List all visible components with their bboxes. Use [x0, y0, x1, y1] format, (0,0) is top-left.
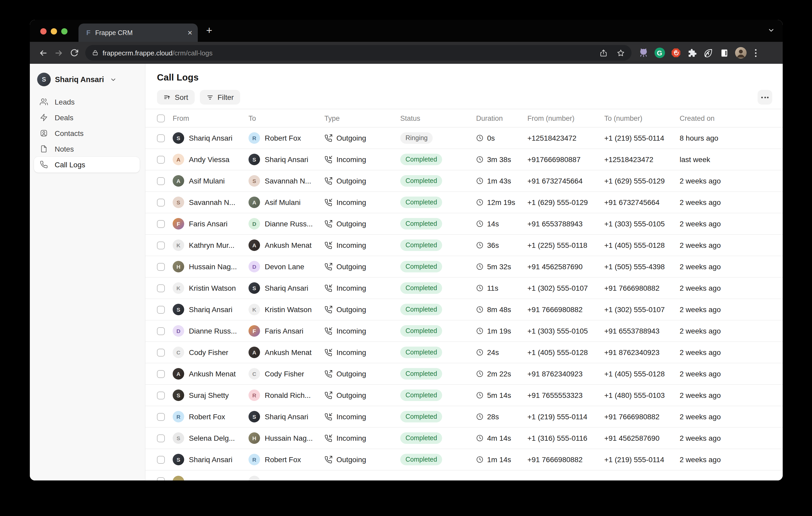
status-badge: Completed: [400, 368, 442, 380]
call-log-row[interactable]: RRobert FoxSShariq AnsariIncomingComplet…: [145, 406, 783, 428]
contact-name: Suraj Shetty: [189, 391, 229, 399]
grammarly-icon[interactable]: G: [654, 47, 665, 58]
call-type: Outgoing: [324, 177, 400, 185]
row-checkbox[interactable]: [157, 477, 165, 481]
tab-close-icon[interactable]: ✕: [187, 30, 193, 36]
call-log-row[interactable]: SShariq AnsariRRobert FoxOutgoingComplet…: [145, 449, 783, 471]
sidebar-item-call-logs[interactable]: Call Logs: [34, 157, 140, 173]
row-checkbox[interactable]: [157, 348, 165, 356]
call-log-row[interactable]: AAndy ViessaSShariq AnsariIncomingComple…: [145, 149, 783, 171]
sidebar-item-leads[interactable]: Leads: [34, 94, 140, 110]
column-header[interactable]: From (number): [527, 114, 604, 122]
call-log-row[interactable]: SShariq AnsariRRobert FoxOutgoingRinging…: [145, 127, 783, 149]
contact-name: Dianne Russ...: [265, 219, 313, 228]
sidebar-item-contacts[interactable]: Contacts: [34, 125, 140, 141]
status-cell: Completed: [400, 282, 476, 294]
phone-outgoing-icon: [324, 220, 332, 228]
row-checkbox[interactable]: [157, 241, 165, 249]
filter-button[interactable]: Filter: [200, 90, 240, 104]
reload-icon[interactable]: [66, 45, 82, 61]
notes-icon: [40, 145, 48, 153]
column-header[interactable]: To: [249, 114, 324, 122]
call-type-label: Outgoing: [337, 219, 366, 228]
sort-button[interactable]: Sort: [157, 90, 194, 104]
row-checkbox[interactable]: [157, 413, 165, 421]
bookmark-star-icon[interactable]: [617, 49, 625, 57]
user-name: Shariq Ansari: [55, 75, 104, 84]
row-checkbox[interactable]: [157, 370, 165, 378]
call-log-row[interactable]: CCody FisherAAnkush MenatIncomingComplet…: [145, 342, 783, 363]
call-log-row[interactable]: AAnkush MenatCCody FisherOutgoingComplet…: [145, 363, 783, 385]
row-checkbox[interactable]: [157, 155, 165, 163]
call-log-row[interactable]: AAsif MulaniSSavannah N...OutgoingComple…: [145, 171, 783, 192]
back-icon[interactable]: [35, 45, 51, 61]
sidebar-item-notes[interactable]: Notes: [34, 141, 140, 157]
share-icon[interactable]: [600, 49, 607, 57]
column-header[interactable]: Type: [324, 114, 400, 122]
leads-icon: [40, 98, 48, 106]
call-type-label: Outgoing: [337, 263, 366, 271]
from-number: +12518423472: [527, 134, 604, 142]
row-checkbox[interactable]: [157, 220, 165, 228]
close-window-button[interactable]: [40, 28, 47, 34]
row-checkbox[interactable]: [157, 327, 165, 335]
more-options-button[interactable]: [758, 90, 772, 104]
row-checkbox[interactable]: [157, 391, 165, 399]
row-checkbox[interactable]: [157, 177, 165, 185]
to-number: +91 8762340923: [604, 348, 679, 357]
browser-tab-frappe-crm[interactable]: F Frappe CRM ✕: [79, 24, 198, 42]
from-number: +1 (629) 555-0129: [527, 198, 604, 207]
avatar: S: [173, 132, 184, 144]
created-on: 2 weeks ago: [679, 434, 783, 442]
row-checkbox[interactable]: [157, 306, 165, 313]
call-log-row[interactable]: KKathryn Mur...AAnkush MenatIncomingComp…: [145, 235, 783, 256]
frame-extension-icon[interactable]: [719, 47, 730, 58]
octocat-extension-icon[interactable]: [638, 47, 649, 58]
forward-icon[interactable]: [51, 45, 66, 61]
created-on: 2 weeks ago: [679, 327, 783, 335]
puzzle-icon[interactable]: [687, 47, 697, 58]
call-log-row[interactable]: HHussain Nag...DDevon LaneOutgoingComple…: [145, 256, 783, 278]
call-log-row[interactable]: SShariq AnsariKKristin WatsonOutgoingCom…: [145, 299, 783, 321]
browser-menu-icon[interactable]: [755, 49, 757, 57]
to-number: +1 (303) 555-0105: [604, 219, 679, 228]
column-header[interactable]: Duration: [476, 114, 527, 122]
address-bar[interactable]: frappecrm.frappe.cloud/crm/call-logs: [85, 45, 632, 61]
user-menu[interactable]: S Shariq Ansari: [37, 72, 140, 87]
avatar: A: [249, 196, 260, 208]
avatar: S: [249, 154, 260, 165]
column-header[interactable]: Created on: [679, 114, 783, 122]
call-log-row-partial[interactable]: [145, 471, 783, 481]
call-log-row[interactable]: SSavannah N...AAsif MulaniIncomingComple…: [145, 192, 783, 213]
contact-name: Faris Ansari: [189, 219, 228, 228]
row-checkbox[interactable]: [157, 284, 165, 292]
call-log-row[interactable]: DDianne Russ...FFaris AnsariIncomingComp…: [145, 321, 783, 342]
column-header[interactable]: From: [173, 114, 249, 122]
avatar: A: [173, 175, 184, 187]
adblock-icon[interactable]: [670, 47, 681, 58]
zoom-window-button[interactable]: [61, 28, 67, 34]
new-tab-button[interactable]: +: [206, 25, 212, 37]
call-log-row[interactable]: SSelena Delg...HHussain Nag...IncomingCo…: [145, 428, 783, 449]
call-type-label: Incoming: [337, 434, 366, 442]
row-checkbox[interactable]: [157, 263, 165, 271]
phone-outgoing-icon: [324, 456, 332, 463]
call-log-row[interactable]: KKristin WatsonSShariq AnsariIncomingCom…: [145, 278, 783, 299]
tab-search-chevron-icon[interactable]: [767, 27, 775, 34]
row-checkbox[interactable]: [157, 456, 165, 463]
leaf-extension-icon[interactable]: [703, 47, 714, 58]
sidebar-item-deals[interactable]: Deals: [34, 110, 140, 125]
from-number: +91 7666980882: [527, 455, 604, 464]
column-header[interactable]: To (number): [604, 114, 679, 122]
row-checkbox[interactable]: [157, 434, 165, 442]
row-checkbox[interactable]: [157, 134, 165, 142]
clock-icon: [476, 392, 484, 399]
call-log-row[interactable]: SSuraj ShettyRRonald Rich...OutgoingComp…: [145, 385, 783, 406]
select-all-checkbox[interactable]: [157, 114, 165, 122]
row-checkbox[interactable]: [157, 199, 165, 206]
browser-profile-avatar[interactable]: [735, 47, 747, 59]
minimize-window-button[interactable]: [51, 28, 57, 34]
from-number: +1 (302) 555-0107: [527, 284, 604, 292]
column-header[interactable]: Status: [400, 114, 476, 122]
call-log-row[interactable]: FFaris AnsariDDianne Russ...OutgoingComp…: [145, 213, 783, 235]
